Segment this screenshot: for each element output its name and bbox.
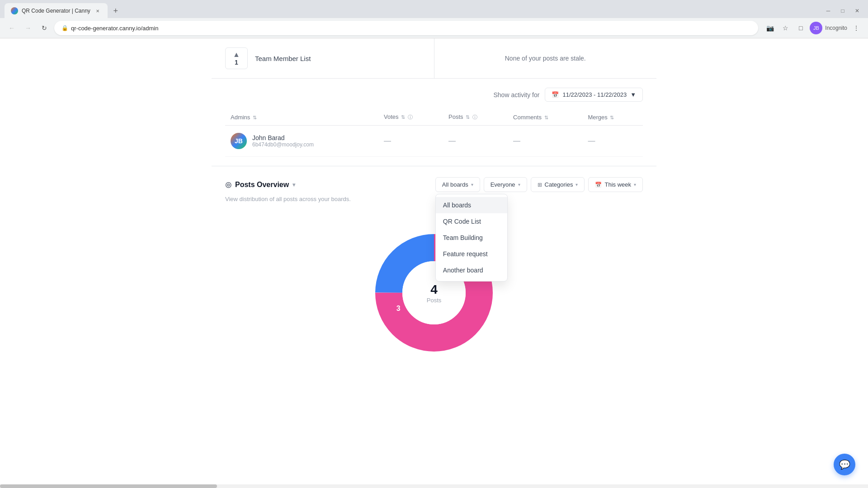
- card-stale: None of your posts are stale.: [434, 38, 657, 78]
- maximize-button[interactable]: □: [836, 5, 849, 17]
- week-filter-button[interactable]: 📅 This week ▾: [588, 177, 643, 192]
- boards-filter-container: All boards ▾ All boards QR Code List Tea…: [435, 177, 480, 192]
- info-icon-posts[interactable]: ⓘ: [472, 114, 477, 120]
- vote-count: 1: [235, 59, 238, 66]
- reload-button[interactable]: ↻: [38, 22, 51, 34]
- posts-cell: —: [443, 126, 508, 157]
- chat-icon: 💬: [839, 459, 850, 470]
- extensions-button[interactable]: □: [794, 22, 807, 34]
- posts-overview-title: ◎ Posts Overview ▾: [225, 180, 295, 189]
- bottom-scrollbar[interactable]: [0, 484, 868, 488]
- info-icon-votes[interactable]: ⓘ: [408, 114, 413, 120]
- top-cards: ▲ 1 Team Member List None of your posts …: [212, 38, 656, 79]
- close-window-button[interactable]: ✕: [851, 5, 863, 17]
- browser-chrome: QR Code Generator | Canny ✕ + ─ □ ✕ ← → …: [0, 0, 868, 38]
- posts-overview-title-text: Posts Overview: [235, 181, 289, 189]
- chart-area: 4 Posts 3 1: [225, 211, 643, 374]
- menu-button[interactable]: ⋮: [850, 22, 863, 34]
- week-filter-label: This week: [604, 181, 631, 188]
- post-title: Team Member List: [255, 55, 311, 62]
- sort-icon-merges: ⇅: [610, 115, 614, 120]
- admin-details: John Barad 6b474db0@moodjoy.com: [252, 134, 314, 148]
- everyone-filter-button[interactable]: Everyone ▾: [484, 177, 527, 192]
- date-range-text: 11/22/2023 - 11/22/2023: [562, 91, 627, 98]
- posts-overview-chevron[interactable]: ▾: [292, 182, 295, 188]
- votes-cell: —: [378, 126, 443, 157]
- col-votes[interactable]: Votes ⇅ ⓘ: [378, 109, 443, 126]
- dropdown-item-all-boards[interactable]: All boards: [436, 197, 507, 213]
- tab-bar: QR Code Generator | Canny ✕ + ─ □ ✕: [0, 0, 868, 18]
- col-admins[interactable]: Admins ⇅: [225, 109, 378, 126]
- tab-favicon: [11, 7, 18, 14]
- profile-button[interactable]: JB: [810, 22, 822, 34]
- content-area: ▲ 1 Team Member List None of your posts …: [203, 38, 665, 385]
- address-bar[interactable]: 🔒 qr-code-generator.canny.io/admin: [54, 21, 758, 35]
- scrollbar-thumb[interactable]: [0, 484, 217, 488]
- comments-value: —: [513, 137, 520, 145]
- activity-section: Show activity for 📅 11/22/2023 - 11/22/2…: [212, 79, 656, 166]
- sort-icon-posts: ⇅: [466, 114, 470, 120]
- merges-value: —: [588, 137, 595, 145]
- new-tab-button[interactable]: +: [109, 5, 122, 17]
- col-posts[interactable]: Posts ⇅ ⓘ: [443, 109, 508, 126]
- camera-off-button[interactable]: 📷: [764, 22, 776, 34]
- forward-button[interactable]: →: [22, 22, 34, 34]
- categories-chevron-icon: ▾: [576, 182, 578, 187]
- categories-icon: ⊞: [538, 182, 542, 188]
- table-row: JB John Barad 6b474db0@moodjoy.com — — —: [225, 126, 643, 157]
- url-domain: qr-code-generator.canny.io: [71, 25, 141, 32]
- col-merges-label: Merges: [588, 114, 607, 121]
- total-posts-number: 4: [427, 282, 442, 297]
- admin-info-cell: JB John Barad 6b474db0@moodjoy.com: [225, 126, 378, 157]
- boards-dropdown: All boards QR Code List Team Building Fe…: [435, 194, 508, 282]
- admins-table: Admins ⇅ Votes ⇅ ⓘ Posts ⇅ ⓘ: [225, 109, 643, 157]
- active-tab[interactable]: QR Code Generator | Canny ✕: [5, 3, 108, 19]
- col-comments[interactable]: Comments ⇅: [508, 109, 582, 126]
- url-path: /admin: [141, 25, 158, 32]
- window-controls: ─ □ ✕: [822, 5, 863, 17]
- date-picker-chevron: ▼: [630, 91, 636, 98]
- dropdown-item-feature-request[interactable]: Feature request: [436, 246, 507, 262]
- merges-cell: —: [582, 126, 643, 157]
- date-picker-button[interactable]: 📅 11/22/2023 - 11/22/2023 ▼: [545, 88, 643, 102]
- dropdown-item-team-building[interactable]: Team Building: [436, 230, 507, 246]
- posts-value: —: [448, 137, 456, 145]
- sort-icon-admins: ⇅: [253, 115, 257, 120]
- dropdown-item-qr-code-list[interactable]: QR Code List: [436, 213, 507, 230]
- boards-chevron-icon: ▾: [471, 182, 473, 187]
- lock-icon: 🔒: [61, 25, 68, 31]
- post-item: ▲ 1 Team Member List: [225, 47, 420, 69]
- week-chevron-icon: ▾: [634, 182, 636, 187]
- tab-close-button[interactable]: ✕: [94, 7, 101, 14]
- total-posts-label: Posts: [427, 297, 442, 304]
- posts-overview-section: ◎ Posts Overview ▾ All boards ▾ All boar…: [212, 166, 656, 385]
- dropdown-item-another-board[interactable]: Another board: [436, 262, 507, 278]
- votes-value: —: [384, 137, 391, 145]
- sort-icon-votes: ⇅: [401, 114, 405, 120]
- everyone-chevron-icon: ▾: [518, 182, 520, 187]
- calendar-icon: 📅: [552, 91, 559, 98]
- page-content: ▲ 1 Team Member List None of your posts …: [0, 38, 868, 488]
- activity-label: Show activity for: [494, 91, 540, 99]
- nav-actions: 📷 ☆ □ JB Incognito ⋮: [764, 22, 863, 34]
- admin-name: John Barad: [252, 134, 314, 141]
- card-post-list: ▲ 1 Team Member List: [212, 38, 434, 78]
- admin-email: 6b474db0@moodjoy.com: [252, 141, 314, 148]
- everyone-filter-label: Everyone: [491, 181, 515, 188]
- activity-header: Show activity for 📅 11/22/2023 - 11/22/2…: [225, 88, 643, 102]
- chat-bubble[interactable]: 💬: [834, 454, 855, 475]
- boards-filter-label: All boards: [442, 181, 468, 188]
- col-admins-label: Admins: [231, 114, 250, 121]
- col-merges[interactable]: Merges ⇅: [582, 109, 643, 126]
- avatar-image: JB: [231, 133, 247, 149]
- avatar: JB: [231, 133, 247, 149]
- filter-buttons: All boards ▾ All boards QR Code List Tea…: [435, 177, 643, 192]
- chart-label-pink: 3: [396, 305, 401, 313]
- bookmark-button[interactable]: ☆: [779, 22, 792, 34]
- back-button[interactable]: ←: [5, 22, 18, 34]
- boards-filter-button[interactable]: All boards ▾: [435, 177, 480, 192]
- categories-filter-button[interactable]: ⊞ Categories ▾: [531, 177, 585, 192]
- vote-box[interactable]: ▲ 1: [225, 47, 248, 69]
- minimize-button[interactable]: ─: [822, 5, 835, 17]
- vote-up-arrow: ▲: [233, 51, 240, 59]
